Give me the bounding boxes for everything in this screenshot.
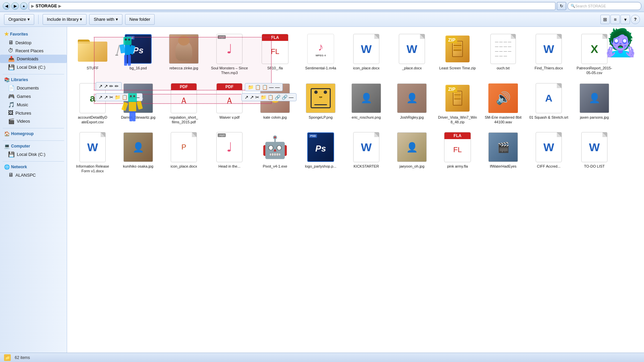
sidebar-item-music[interactable]: 🎵 Music xyxy=(0,101,67,109)
back-button[interactable]: ◀ xyxy=(3,2,10,10)
sidebar-divider-4 xyxy=(3,161,64,162)
sidebar-item-pictures[interactable]: 🖼 Pictures xyxy=(0,109,67,117)
search-icon: 🔍 xyxy=(571,4,575,8)
recent-icon: ⏱ xyxy=(8,48,13,54)
file-item-psd2[interactable]: PSD Ps logo_partyshop.p... xyxy=(299,129,342,176)
sidebar-item-desktop[interactable]: 🖥 Desktop xyxy=(0,39,67,47)
favorites-header[interactable]: ★ Favorites xyxy=(0,29,67,39)
file-item-srt[interactable]: A 01 Squash & Stretch.srt xyxy=(527,80,570,127)
file-name-zip2: Driver_Vista_Win7_Win8_48.zip xyxy=(437,115,478,125)
file-item-docx1[interactable]: W icon_place.docx xyxy=(345,31,388,77)
file-icon-sponge: 😎 xyxy=(305,82,337,114)
libraries-header[interactable]: 📚 Libraries xyxy=(0,76,67,84)
toolbar-separator-1 xyxy=(38,15,39,24)
file-item-fla1[interactable]: FLA FL S610_.fla xyxy=(254,31,297,77)
address-path[interactable]: ▶ STORAGE ▶ xyxy=(29,2,555,10)
file-item-head[interactable]: .mp3 ♩ Head in the... xyxy=(208,129,251,176)
sidebar-item-documents[interactable]: 📄 Documents xyxy=(0,84,67,92)
file-item-zip2[interactable]: ZIP Driver_Vista_Win7_Win8_48.zip xyxy=(436,80,479,127)
forward-button[interactable]: ▶ xyxy=(11,2,19,10)
file-item-josh[interactable]: 👤 JoshRigley.jpg xyxy=(390,80,433,127)
file-name-docx2: _place.docx xyxy=(402,66,422,70)
sidebar-divider-2 xyxy=(3,128,64,128)
file-icon-kate: 😺 xyxy=(259,82,291,114)
computer-icon: 💻 xyxy=(4,143,10,149)
file-name-sponge: SpongeLP.png xyxy=(309,115,332,120)
help-button[interactable]: ? xyxy=(631,15,640,24)
file-item-pdf1[interactable]: PDF Ａ regulation_short_ films_2015.pdf xyxy=(162,80,205,127)
file-item-wav[interactable]: 🔊 SM-Erie mastered 8bit 44100.wav xyxy=(482,80,525,127)
view-list[interactable]: ≡ xyxy=(610,15,620,24)
file-item-ciff[interactable]: W CIFF Accred... xyxy=(527,129,570,176)
file-name-fla1: S610_.fla xyxy=(267,66,283,70)
documents-icon: 📄 xyxy=(8,85,15,91)
favorites-star-icon: ★ xyxy=(4,31,9,37)
file-name-psd2: logo_partyshop.p... xyxy=(305,164,336,169)
file-item-docx2[interactable]: W _place.docx xyxy=(390,31,433,77)
file-name-wav: SM-Erie mastered 8bit 44100.wav xyxy=(483,115,523,125)
file-item-docx4[interactable]: P icon_place.docx xyxy=(162,129,205,176)
status-item-count: 62 items xyxy=(15,355,30,360)
file-item-information[interactable]: W Information Release Form v1.docx xyxy=(71,129,114,176)
file-icon-jaeyoon: 👤 xyxy=(396,131,428,163)
view-details-dropdown[interactable]: ▾ xyxy=(621,15,630,24)
file-item-eric[interactable]: 👤 eric_roschuni.png xyxy=(345,80,388,127)
file-name-pdf1: regulation_short_ films_2015.pdf xyxy=(164,115,204,125)
search-box[interactable]: 🔍 Search STORAGE xyxy=(568,2,641,10)
new-folder-button[interactable]: New folder xyxy=(125,14,155,25)
sidebar-item-videos[interactable]: 🎬 Videos xyxy=(0,117,67,125)
file-item-csv1[interactable]: X PatreonReport_2015-05-05.csv xyxy=(573,31,616,77)
file-item-kickstarter[interactable]: W KICKSTARTER xyxy=(345,129,388,176)
file-item-kunihiko[interactable]: 👤 kunihiko osaka.jpg xyxy=(117,129,160,176)
sidebar-item-local-disk-c[interactable]: 💾 Local Disk (C:) xyxy=(0,63,67,71)
file-item-zip1[interactable]: ZIP Least Screen Time.zip xyxy=(436,31,479,77)
view-large-icons[interactable]: ⊞ xyxy=(600,15,610,24)
sidebar-divider-3 xyxy=(3,140,64,141)
network-header[interactable]: 🌐 Network xyxy=(0,163,67,171)
file-item-exe[interactable]: 🤖 Pivot_v4-1.exe xyxy=(254,129,297,176)
sidebar-item-games[interactable]: 🎮 Games xyxy=(0,92,67,101)
file-item-docx3[interactable]: W Find_Thiers.docx xyxy=(527,31,570,77)
file-name-video: IfWaterHadEyes xyxy=(490,164,517,169)
refresh-button[interactable]: ↻ xyxy=(557,2,566,10)
file-item-fla2[interactable]: FLA FL pink army.fla xyxy=(436,129,479,176)
sidebar-item-recent[interactable]: ⏱ Recent Places xyxy=(0,47,67,55)
sidebar-item-alanspc[interactable]: 🖥 ALANSPC xyxy=(0,171,67,179)
file-item-csv2[interactable]: a accountDetailByD ateExport.csv xyxy=(71,80,114,127)
file-area[interactable]: ↗↗✏✏ 📁📋📋—— ↗↗✂📁📋—— ↗↗✂📁📋🔗🔗— ST xyxy=(67,27,644,353)
file-name-zip1: Least Screen Time.zip xyxy=(439,66,476,70)
downloads-icon: 📥 xyxy=(8,56,15,62)
computer-header[interactable]: 💻 Computer xyxy=(0,142,67,150)
file-icon-psd2: PSD Ps xyxy=(305,131,337,163)
file-item-video[interactable]: 🎬 IfWaterHadEyes xyxy=(482,129,525,176)
homegroup-header[interactable]: 🏠 Homegroup xyxy=(0,130,67,138)
file-item-jaxen[interactable]: 👤 jaxen parsons.jpg xyxy=(573,80,616,127)
file-item-psd[interactable]: PSD Ps bg_16.psd xyxy=(117,31,160,77)
toolbar: Organize ▾ Include in library ▾ Share wi… xyxy=(0,12,644,27)
include-in-library-button[interactable]: Include in library ▾ xyxy=(43,14,87,25)
file-item-kate[interactable]: 😺 kate colvin.jpg xyxy=(254,80,297,127)
organize-dropdown-icon: ▾ xyxy=(28,17,30,22)
network-section: 🌐 Network 🖥 ALANSPC xyxy=(0,163,67,179)
sidebar-item-local-disk-c2[interactable]: 💾 Local Disk (C:) xyxy=(0,150,67,159)
breadcrumb-storage: STORAGE xyxy=(36,3,57,8)
file-icon-csv2: a xyxy=(76,82,109,114)
sidebar-item-downloads[interactable]: 📥 Downloads xyxy=(0,55,67,63)
organize-button[interactable]: Organize ▾ xyxy=(4,14,34,25)
file-name-pdf2: Waiver v.pdf xyxy=(219,115,239,120)
up-button[interactable]: ▲ xyxy=(20,2,28,10)
file-item-m4a[interactable]: ♪ MPEG 4 Sentimental-1.m4a xyxy=(299,31,342,77)
file-item-pdf2[interactable]: PDF Ａ Waiver v.pdf xyxy=(208,80,251,127)
file-item-jaeyoon[interactable]: 👤 jaeyoon_oh.jpg xyxy=(390,129,433,176)
file-name-head: Head in the... xyxy=(218,164,240,169)
desktop-icon: 🖥 xyxy=(8,40,13,46)
file-icon-wav: 🔊 xyxy=(487,82,519,114)
file-item-stuff[interactable]: STUFF xyxy=(71,31,114,77)
file-item-darren[interactable]: Photo Darren_Stewaritz.jpg xyxy=(117,80,160,127)
share-with-button[interactable]: Share with ▾ xyxy=(89,14,122,25)
file-item-todo[interactable]: W TO-DO LIST xyxy=(573,129,616,176)
file-item-soulmonsters[interactable]: .mp3 ♩ Soul Monsters – Since Then.mp3 xyxy=(208,31,251,77)
file-item-txt[interactable]: — — — — — — — — — — — — — — — ouch.txt xyxy=(482,31,525,77)
file-item-sponge[interactable]: 😎 SpongeLP.png xyxy=(299,80,342,127)
file-item-rebecca[interactable]: rebecca zinke.jpg xyxy=(162,31,205,77)
